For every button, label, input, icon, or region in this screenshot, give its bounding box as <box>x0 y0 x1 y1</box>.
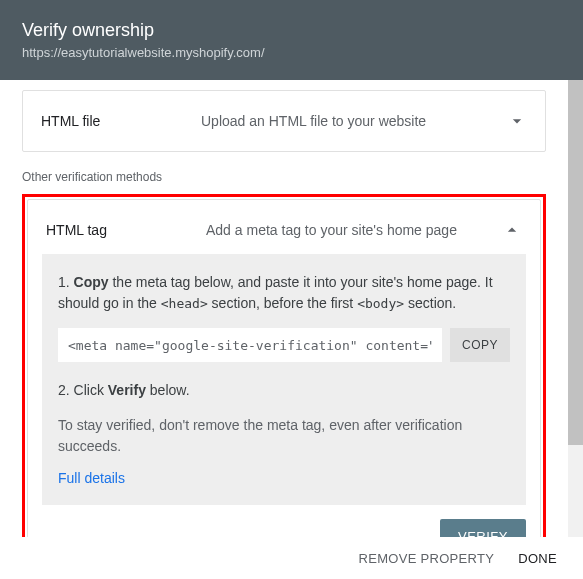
dialog-url: https://easytutorialwebsite.myshopify.co… <box>22 45 561 60</box>
text-bold: Verify <box>108 382 146 398</box>
other-methods-label: Other verification methods <box>22 170 546 184</box>
chevron-up-icon <box>502 220 522 240</box>
instructions-panel: 1. Copy the meta tag below, and paste it… <box>42 254 526 505</box>
code-body: <body> <box>357 296 404 311</box>
scrollbar-track[interactable] <box>568 80 583 543</box>
chevron-down-icon <box>507 111 527 131</box>
text: below. <box>146 382 190 398</box>
code-head: <head> <box>161 296 208 311</box>
scrollbar-thumb[interactable] <box>568 80 583 445</box>
meta-tag-input[interactable] <box>58 328 442 362</box>
content: HTML file Upload an HTML file to your we… <box>0 80 568 543</box>
method-desc: Add a meta tag to your site's home page <box>206 222 502 238</box>
remove-property-button[interactable]: REMOVE PROPERTY <box>359 551 495 566</box>
meta-tag-row: COPY <box>58 328 510 362</box>
text-bold: Copy <box>74 274 109 290</box>
full-details-link[interactable]: Full details <box>58 470 125 486</box>
method-html-file[interactable]: HTML file Upload an HTML file to your we… <box>22 90 546 152</box>
dialog-header: Verify ownership https://easytutorialweb… <box>0 0 583 80</box>
dialog-footer: REMOVE PROPERTY DONE <box>0 537 583 579</box>
method-html-tag: HTML tag Add a meta tag to your site's h… <box>27 199 541 543</box>
step-2: 2. Click Verify below. <box>58 380 510 401</box>
text: 2. Click <box>58 382 108 398</box>
copy-button[interactable]: COPY <box>450 328 510 362</box>
method-name: HTML file <box>41 113 201 129</box>
text: section. <box>404 295 456 311</box>
text: 1. <box>58 274 74 290</box>
step-1: 1. Copy the meta tag below, and paste it… <box>58 272 510 314</box>
text: section, before the first <box>208 295 357 311</box>
highlight-box: HTML tag Add a meta tag to your site's h… <box>22 194 546 543</box>
dialog-title: Verify ownership <box>22 20 561 41</box>
method-html-tag-header[interactable]: HTML tag Add a meta tag to your site's h… <box>28 200 540 254</box>
done-button[interactable]: DONE <box>518 551 557 566</box>
method-name: HTML tag <box>46 222 206 238</box>
persistence-note: To stay verified, don't remove the meta … <box>58 415 510 457</box>
content-wrap: HTML file Upload an HTML file to your we… <box>0 80 583 543</box>
method-desc: Upload an HTML file to your website <box>201 113 507 129</box>
